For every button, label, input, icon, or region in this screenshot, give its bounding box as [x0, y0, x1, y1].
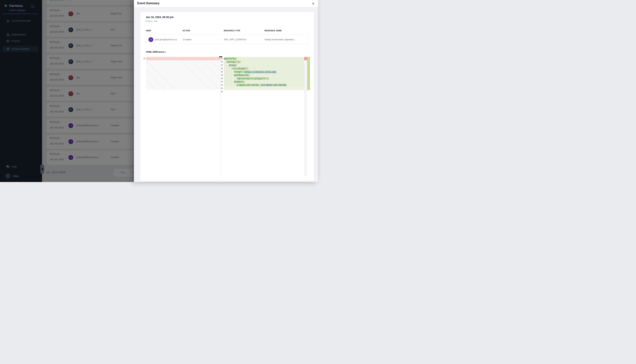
- diff-left-gutter: [143, 57, 146, 90]
- deleted-line-highlight: [146, 57, 221, 60]
- diff-line-marker-square[interactable]: [221, 61, 223, 62]
- code-segment-key: configs:: [227, 60, 237, 63]
- event-summary-drawer: Event Summary ✕ Jan 18, 2024, 06:30 pm M…: [134, 0, 318, 182]
- column-header-resource-type: RESOURCE TYPE: [224, 30, 240, 32]
- diff-line-marker-square[interactable]: [221, 78, 223, 79]
- overview-ruler-deleted-marker: [304, 57, 307, 60]
- added-char-highlight: appConfig:: [224, 57, 237, 60]
- code-segment-value: ${X-RAFAY-API-KEYID}: [261, 84, 286, 86]
- overview-ruler-added-marker: [307, 57, 310, 90]
- event-table-row: J jenil.jain@harness.io Created IDP_APP_…: [146, 35, 308, 44]
- column-header-action: ACTION: [183, 30, 190, 32]
- diff-line-marker-square[interactable]: [221, 81, 223, 82]
- code-segment-key: target:: [234, 70, 244, 73]
- diff-line-marker-square[interactable]: [221, 88, 223, 89]
- code-segment-key: X-RAFAY-API-KEYID:: [237, 84, 261, 86]
- diff-code-line: target: https://console.rafay.dev: [224, 70, 304, 74]
- diff-empty-hatch: [146, 60, 221, 90]
- added-char-highlight: target: https://console.rafay.dev: [234, 70, 276, 73]
- code-segment-dark: |-: [237, 60, 241, 63]
- added-char-highlight: X-RAFAY-API-KEYID: ${X-RAFAY-API-KEYID}: [237, 84, 287, 86]
- chevron-up-icon[interactable]: [164, 51, 166, 54]
- cell-resource-type: IDP_APP_CONFIGS: [224, 38, 246, 41]
- code-segment-value: proxy:: [229, 64, 237, 66]
- event-summary-card: Jan 18, 2024, 06:30 pm Module: N/A USER …: [140, 12, 314, 181]
- event-date: Jan 18, 2024, 06:30 pm: [146, 16, 173, 18]
- diff-line-marker-square[interactable]: [221, 71, 223, 72]
- code-segment-value: /: [267, 77, 269, 80]
- diff-line-marker-square[interactable]: [221, 74, 223, 76]
- cell-resource-name: Rafay Kubernetes Operatio...: [265, 38, 296, 41]
- added-char-highlight: configs: |-: [226, 60, 241, 63]
- diff-code-line: configs: |-: [224, 60, 304, 64]
- indent-guide: [226, 64, 227, 87]
- diff-code-line: /api/proxy/rs-plugin/?: /: [224, 77, 304, 80]
- code-segment-key: headers:: [234, 80, 244, 83]
- diff-added-code: appConfig:configs: |-proxy:'/rs-plugin':…: [224, 57, 304, 176]
- added-char-highlight: '/rs-plugin':: [232, 67, 249, 70]
- cell-action: Created: [183, 38, 191, 41]
- added-char-highlight: headers:: [234, 80, 244, 83]
- diff-line-marker-square[interactable]: [221, 58, 223, 59]
- code-segment-key: pathRewrite:: [234, 74, 249, 76]
- code-segment-link[interactable]: https://console.rafay.dev: [244, 70, 276, 73]
- diff-deleted-pane: [146, 57, 221, 90]
- indent-guide: [232, 70, 232, 87]
- diff-line-marker-square[interactable]: [221, 91, 223, 92]
- indent-guide: [234, 77, 234, 87]
- diff-line-marker-square[interactable]: [144, 58, 145, 59]
- diff-line-marker-square[interactable]: [221, 84, 223, 86]
- modal-scrim[interactable]: [0, 0, 134, 182]
- diff-code-line: X-RAFAY-API-KEYID: ${X-RAFAY-API-KEYID}: [224, 84, 304, 87]
- diff-code-line: appConfig:: [224, 57, 304, 60]
- diff-line-marker-square[interactable]: [221, 64, 223, 66]
- diff-code-line: proxy:: [224, 64, 304, 67]
- drawer-title: Event Summary: [137, 2, 159, 5]
- cell-user: jenil.jain@harness.io: [155, 38, 177, 41]
- added-char-highlight: pathRewrite:: [234, 74, 250, 76]
- diff-code-line: '/rs-plugin':: [224, 67, 304, 70]
- code-segment-key: '/rs-plugin':: [232, 67, 248, 70]
- diff-line-marker-square[interactable]: [221, 68, 223, 69]
- avatar: J: [148, 37, 153, 42]
- code-segment-key: /api/proxy/rs-plugin/?:: [237, 77, 267, 80]
- added-char-highlight: proxy:: [229, 64, 237, 66]
- diff-code-line: pathRewrite:: [224, 74, 304, 77]
- diff-scrollbar-track[interactable]: [304, 57, 307, 176]
- added-char-highlight: /api/proxy/rs-plugin/?: /: [237, 77, 269, 80]
- drawer-header: Event Summary ✕: [134, 0, 318, 7]
- yaml-difference-label[interactable]: YAML Difference: [146, 51, 164, 53]
- close-icon[interactable]: ✕: [311, 2, 315, 6]
- yaml-diff-viewer: appConfig:configs: |-proxy:'/rs-plugin':…: [143, 57, 310, 176]
- diff-code-line: headers:: [224, 80, 304, 84]
- event-module: Module: N/A: [146, 20, 157, 22]
- diff-code-line: [224, 87, 304, 90]
- column-header-resource-name: RESOURCE NAME: [265, 30, 282, 32]
- code-segment-key: appConfig:: [224, 57, 237, 60]
- column-header-user: USER: [146, 30, 151, 32]
